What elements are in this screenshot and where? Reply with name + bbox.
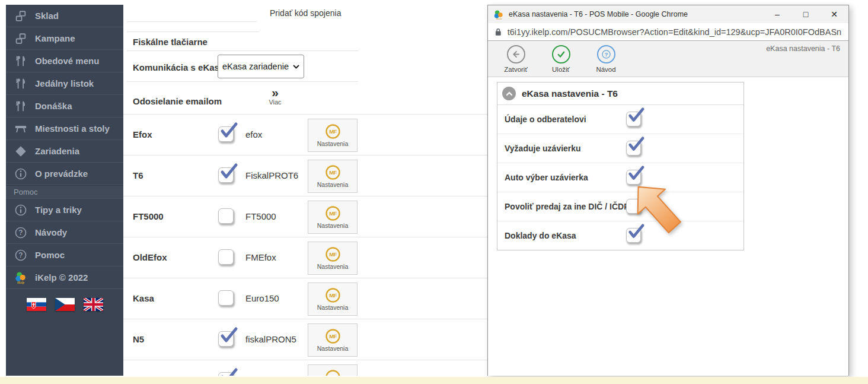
uk-flag[interactable] — [84, 298, 103, 311]
ekasa-setting-checkbox[interactable] — [626, 170, 641, 185]
sidebar-item-label: Miestnosti a stoly — [35, 123, 110, 134]
browser-content: eKasa nastavenia - T6 Údaje o odberatelo… — [488, 77, 848, 376]
cutlery-icon — [14, 77, 28, 91]
printer-name: Efox — [133, 129, 152, 139]
sidebar-item-tipy-a-triky[interactable]: Tipy a triky — [6, 199, 123, 221]
address-bar[interactable]: t6i1yy.ikelp.com/POSUCMBrowser?Action=Ed… — [488, 23, 848, 41]
printer-settings-button[interactable]: MF Nastavenia — [308, 364, 358, 376]
printer-name: FT5000 — [133, 211, 164, 221]
printer-settings-button[interactable]: MF Nastavenia — [308, 323, 358, 357]
printer-enabled-checkbox[interactable] — [218, 372, 234, 376]
ekasa-panel-header: eKasa nastavenia - T6 — [497, 82, 743, 105]
fiscal-printer-icon: MF — [325, 164, 341, 180]
printer-enabled-checkbox[interactable] — [218, 167, 234, 183]
check-mark-icon — [627, 107, 645, 124]
question-icon: ? — [14, 248, 28, 262]
ekasa-setting-checkbox[interactable] — [626, 141, 641, 155]
communication-select-value: eKasa zariadenie — [222, 62, 289, 71]
maximize-button[interactable]: □ — [792, 5, 820, 23]
ekasa-setting-checkbox[interactable] — [626, 228, 641, 243]
communication-select[interactable]: eKasa zariadenie — [218, 55, 304, 78]
toolbar-button-label: Zatvoriť — [504, 66, 527, 73]
double-chevron-right-icon: » — [261, 87, 289, 99]
czech-flag[interactable] — [55, 298, 75, 311]
ikelp-favicon-icon: iKelp — [494, 9, 504, 20]
ekasa-setting-checkbox[interactable] — [626, 199, 641, 214]
ekasa-setting-label: Doklady do eKasa — [505, 231, 576, 240]
printer-driver-name: Euro150 — [245, 293, 279, 303]
sidebar-item-label: Jedálny listok — [35, 78, 94, 88]
printer-driver-name: FT5000 — [245, 211, 276, 221]
printer-driver-name: FiskalPROT6 — [245, 170, 298, 180]
chevron-up-icon — [505, 90, 513, 98]
printer-settings-label: Nastavenia — [317, 140, 349, 147]
printer-enabled-checkbox[interactable] — [218, 290, 234, 306]
slovakia-flag[interactable] — [27, 298, 46, 311]
add-connection-code-link[interactable]: Pridať kód spojenia — [270, 8, 341, 18]
toolbar-button-zatvori-[interactable]: Zatvoriť — [500, 45, 532, 73]
sidebar-item-sklad[interactable]: Sklad — [6, 5, 123, 27]
printer-settings-label: Nastavenia — [317, 263, 349, 270]
svg-text:MF: MF — [329, 292, 337, 299]
printer-row-efox: Efox efox MF Nastavenia — [123, 114, 487, 155]
close-button[interactable]: ✕ — [820, 5, 848, 23]
check-mark-icon — [219, 367, 238, 376]
sidebar-item-n-vody[interactable]: ? Návody — [6, 221, 123, 244]
printer-settings-button[interactable]: MF Nastavenia — [308, 119, 358, 152]
minimize-button[interactable]: – — [763, 5, 792, 23]
sidebar-item-obedov-menu[interactable]: Obedové menu — [6, 50, 123, 72]
printer-settings-button[interactable]: MF Nastavenia — [308, 201, 358, 234]
diamond-icon — [14, 144, 28, 158]
printer-settings-label: Nastavenia — [317, 222, 349, 229]
collapse-button[interactable] — [502, 87, 516, 100]
sidebar-item-kampane[interactable]: Kampane — [6, 27, 123, 50]
sidebar-item-jed-lny-listok[interactable]: Jedálny listok — [6, 72, 123, 95]
sidebar-item-don-ka[interactable]: Donáška — [6, 95, 123, 118]
printer-settings-button[interactable]: MF Nastavenia — [308, 242, 358, 275]
printer-enabled-checkbox[interactable] — [218, 126, 234, 142]
ekasa-settings-panel: eKasa nastavenia - T6 Údaje o odberatelo… — [497, 82, 744, 250]
sidebar-item-pomoc[interactable]: ? Pomoc — [6, 244, 123, 266]
fiscal-printer-icon: MF — [325, 123, 341, 139]
svg-text:?: ? — [18, 251, 23, 259]
ekasa-setting-row-doklady-do-ekasa: Doklady do eKasa — [497, 221, 743, 250]
printer-settings-label: Nastavenia — [317, 304, 349, 311]
sidebar-footer-ikelp[interactable]: iKelp iKelp © 2022 — [6, 266, 123, 289]
printer-enabled-checkbox[interactable] — [218, 208, 234, 224]
printer-enabled-checkbox[interactable] — [218, 249, 234, 265]
ekasa-setting-label: Auto výber uzávierka — [505, 173, 588, 182]
ekasa-setting-row-vy-aduje-uz-vierku: Vyžaduje uzávierku — [497, 134, 743, 163]
info-icon — [14, 203, 28, 217]
sidebar-item-miestnosti-a-stoly[interactable]: Miestnosti a stoly — [6, 118, 123, 140]
printer-settings-button[interactable]: MF Nastavenia — [308, 283, 358, 316]
ekasa-setting-label: Vyžaduje uzávierku — [505, 144, 581, 153]
sidebar-section-header: Pomoc — [6, 185, 123, 199]
sidebar-item-label: Tipy a triky — [35, 205, 82, 215]
check-mark-icon — [627, 165, 645, 182]
ekasa-setting-label: Údaje o odberatelovi — [505, 115, 586, 124]
sidebar-help-menu: Tipy a triky ? Návody ? Pomoc — [6, 199, 123, 266]
check-mark-icon — [219, 326, 238, 345]
printer-enabled-checkbox[interactable] — [218, 331, 234, 347]
sidebar-item-label: Obedové menu — [35, 56, 99, 66]
svg-text:MF: MF — [329, 333, 337, 339]
toolbar-button-ulo-i-[interactable]: Uložiť — [545, 45, 577, 73]
fiscal-printer-icon: MF — [325, 328, 341, 344]
svg-text:MF: MF — [329, 251, 337, 258]
printer-settings-button[interactable]: MF Nastavenia — [308, 160, 358, 193]
sidebar-item-o-prev-dzke[interactable]: O prevádzke — [6, 163, 123, 185]
back-arrow-icon — [507, 45, 525, 64]
sidebar-item-label: Návody — [35, 227, 67, 237]
email-more-button[interactable]: » Viac — [261, 87, 289, 106]
printer-name: Kasa — [133, 293, 154, 303]
fiscal-printer-icon: MF — [325, 369, 341, 376]
url-text: t6i1yy.ikelp.com/POSUCMBrowser?Action=Ed… — [508, 27, 841, 37]
printer-settings-label: Nastavenia — [317, 345, 349, 352]
app-toolbar: Zatvoriť Uložiť ? Návod eKasa nastavenia… — [488, 41, 848, 77]
browser-window: iKelp eKasa nastavenia - T6 - POS Mobile… — [487, 5, 849, 376]
sidebar-item-zariadenia[interactable]: Zariadenia — [6, 140, 123, 163]
toolbar-button-n-vod[interactable]: ? Návod — [590, 45, 622, 73]
ekasa-panel-title: eKasa nastavenia - T6 — [522, 88, 618, 99]
ekasa-setting-checkbox[interactable] — [626, 112, 641, 126]
svg-text:MF: MF — [329, 169, 337, 176]
